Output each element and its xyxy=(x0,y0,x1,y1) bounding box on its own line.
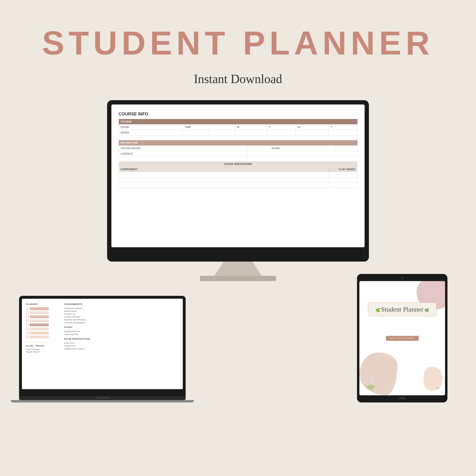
day-t2: T xyxy=(329,124,357,130)
class-item-1 xyxy=(26,307,60,310)
component-header: COMPONENT xyxy=(119,167,329,172)
class-bar-5 xyxy=(30,323,49,326)
grade-table: GRADE BREAKDOWN COMPONENT % OF GRADE xyxy=(119,161,357,188)
day-w: W xyxy=(295,124,328,130)
checkbox-7 xyxy=(26,332,29,334)
tablet-title-box: 🌿 Student Planner 🌿 xyxy=(368,303,437,316)
office-hours-label: OFFICE HOURS xyxy=(119,146,248,151)
class-bar-2 xyxy=(30,311,49,314)
tablet: 🌿 Student Planner 🌿 GET YOUR PLANNER 🍃 → xyxy=(357,274,447,403)
desktop-monitor: COURSE INFO COURSE ROOM TIME M T xyxy=(107,100,369,281)
class-bar-6 xyxy=(30,327,49,330)
day-t1: T xyxy=(267,124,296,130)
grade-breakdown-title: GRADE BREAKDOWN xyxy=(119,161,357,167)
checkbox-6 xyxy=(26,328,29,330)
assignments-section: ASSIGNMENTS Assignment Planners Essay Pl… xyxy=(64,303,178,324)
checkbox-2 xyxy=(26,311,29,314)
class-item-4 xyxy=(26,319,60,322)
laptop: CLASSES xyxy=(19,296,186,403)
tablet-arrow-icon[interactable]: → xyxy=(436,385,440,391)
tablet-home-button[interactable] xyxy=(399,397,406,399)
study-title: STUDY xyxy=(64,326,178,328)
tablet-content: 🌿 Student Planner 🌿 GET YOUR PLANNER 🍃 → xyxy=(359,281,445,395)
study-section: STUDY Weekly Study Plan Daily Study Plan xyxy=(64,326,178,335)
laptop-content: CLASSES xyxy=(26,303,178,354)
assignment-link-2: Essay Planner xyxy=(64,310,178,312)
grade-row-2 xyxy=(119,177,329,183)
grade-row-3 xyxy=(119,183,329,188)
subtitle: Instant Download xyxy=(194,72,282,86)
tablet-frame: 🌿 Student Planner 🌿 GET YOUR PLANNER 🍃 → xyxy=(357,274,447,403)
laptop-screen: CLASSES xyxy=(22,299,183,389)
grade-row-1 xyxy=(119,172,329,177)
class-bar-4 xyxy=(30,319,49,322)
assignment-link-6: Formulas, and Equations xyxy=(64,322,178,324)
contact-label: CONTACT xyxy=(119,151,248,157)
study-link-1: Weekly Study Plan xyxy=(64,330,178,333)
assignments-title: ASSIGNMENTS xyxy=(64,303,178,305)
course-info-content: COURSE INFO COURSE ROOM TIME M T xyxy=(119,112,357,188)
exam-link-2: Review Plans xyxy=(64,345,178,347)
class-item-3 xyxy=(26,315,60,318)
checkbox-5 xyxy=(26,324,29,326)
monitor-stand xyxy=(214,262,262,276)
tablet-title-area: 🌿 Student Planner 🌿 xyxy=(364,303,440,316)
day-m: M xyxy=(235,124,267,130)
monitor-base xyxy=(200,276,276,281)
laptop-right-col: ASSIGNMENTS Assignment Planners Essay Pl… xyxy=(64,303,178,354)
checkbox-8 xyxy=(26,336,29,338)
class-item-5 xyxy=(26,323,60,326)
room2-label: ROOM xyxy=(270,146,335,151)
instructor-header: INSTRUCTOR xyxy=(119,140,357,146)
assignment-link-1: Assignment Planners xyxy=(64,307,178,309)
checkbox-4 xyxy=(26,320,29,322)
devices-section: COURSE INFO COURSE ROOM TIME M T xyxy=(24,100,452,409)
percent-header: % OF GRADE xyxy=(329,167,357,172)
class-item-6 xyxy=(26,327,60,330)
classes-title: CLASSES xyxy=(26,303,60,305)
leaf-right-icon: 🌿 xyxy=(424,308,429,312)
laptop-classes-col: CLASSES xyxy=(26,303,60,354)
laptop-base xyxy=(11,400,194,403)
exam-section: EXAM PREPARATION Exam Plans Review Plans… xyxy=(64,338,178,350)
time-label: TIME xyxy=(183,124,235,130)
exam-title: EXAM PREPARATION xyxy=(64,338,178,340)
blob-bottom-left xyxy=(359,353,397,395)
checkbox-3 xyxy=(26,316,29,318)
exam-link-1: Exam Plans xyxy=(64,342,178,344)
laptop-frame: CLASSES xyxy=(19,296,186,396)
class-bar-3 xyxy=(30,315,49,318)
instructor-table: INSTRUCTOR OFFICE HOURS ROOM CONTACT xyxy=(119,140,357,157)
plan-track-section: PLAN - TRACK Class Schedule Degree Plann… xyxy=(26,342,60,353)
tablet-get-planner-button[interactable]: GET YOUR PLANNER xyxy=(386,336,419,341)
tablet-camera xyxy=(401,277,403,279)
class-bar-8 xyxy=(30,336,49,339)
tablet-screen: 🌿 Student Planner 🌿 GET YOUR PLANNER 🍃 → xyxy=(359,281,445,395)
laptop-bottom xyxy=(19,396,186,400)
class-item-2 xyxy=(26,311,60,314)
dates-label: DATES xyxy=(119,130,183,136)
course-table: COURSE ROOM TIME M T W T DAT xyxy=(119,119,357,136)
leaf-left-icon: 🌿 xyxy=(375,308,380,312)
checkbox-1 xyxy=(26,307,29,310)
assignment-link-3: Reading Log xyxy=(64,313,178,315)
monitor-screen: COURSE INFO COURSE ROOM TIME M T xyxy=(111,104,365,247)
study-link-2: Daily Study Plan xyxy=(64,333,178,335)
plan-item-2: Degree Planner xyxy=(26,351,60,353)
assignment-link-5: Research and References xyxy=(64,319,178,321)
room-label: ROOM xyxy=(119,124,183,130)
class-item-7 xyxy=(26,332,60,334)
main-container: STUDENT PLANNER Instant Download COURSE … xyxy=(0,0,476,476)
course-info-title: COURSE INFO xyxy=(119,112,357,117)
course-header: COURSE xyxy=(119,119,357,124)
exam-link-3: Question Bank Trackers xyxy=(64,348,178,350)
tablet-planner-title: Student Planner xyxy=(381,306,424,313)
class-bar-7 xyxy=(30,332,49,334)
class-item-8 xyxy=(26,336,60,339)
plan-item-1: Class Schedule xyxy=(26,348,60,350)
plan-title: PLAN - TRACK xyxy=(26,345,60,347)
class-bar-1 xyxy=(30,307,49,310)
assignment-link-4: Reading Summary xyxy=(64,316,178,318)
main-title: STUDENT PLANNER xyxy=(42,24,434,62)
monitor-frame: COURSE INFO COURSE ROOM TIME M T xyxy=(107,100,369,262)
